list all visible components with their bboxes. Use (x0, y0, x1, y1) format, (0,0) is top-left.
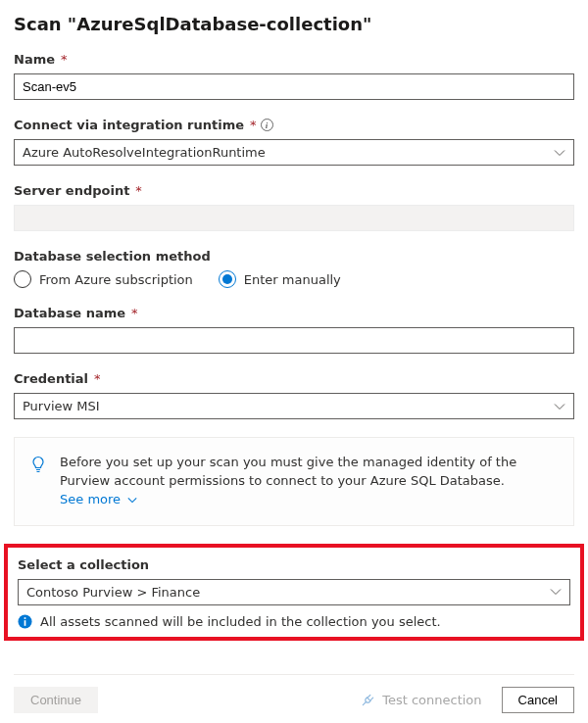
collection-note: All assets scanned will be included in t… (18, 614, 570, 629)
info-panel: Before you set up your scan you must giv… (14, 437, 574, 526)
name-label: Name* (14, 52, 574, 67)
footer: Continue Test connection Cancel (14, 674, 574, 713)
lightbulb-icon (30, 456, 46, 479)
svg-rect-1 (24, 620, 26, 626)
credential-group: Credential* Purview MSI (14, 371, 574, 419)
collection-highlight: Select a collection Contoso Purview > Fi… (4, 544, 584, 641)
page-title: Scan "AzureSqlDatabase-collection" (14, 14, 574, 34)
info-panel-text: Before you set up your scan you must giv… (60, 455, 516, 488)
svg-rect-2 (24, 617, 26, 619)
plug-icon (361, 693, 375, 707)
cancel-button[interactable]: Cancel (502, 687, 574, 713)
db-selection-label: Database selection method (14, 249, 574, 264)
chevron-down-icon (127, 497, 137, 504)
see-more-link[interactable]: See more (60, 492, 137, 506)
collection-select[interactable]: Contoso Purview > Finance (18, 579, 570, 605)
database-name-group: Database name* (14, 306, 574, 354)
server-endpoint-label: Server endpoint* (14, 183, 574, 198)
collection-label: Select a collection (18, 557, 570, 572)
credential-label: Credential* (14, 371, 574, 386)
integration-runtime-group: Connect via integration runtime* i Azure… (14, 118, 574, 166)
server-endpoint-input[interactable] (14, 205, 574, 231)
chevron-down-icon (554, 149, 565, 157)
integration-runtime-label: Connect via integration runtime* i (14, 118, 574, 132)
continue-button: Continue (14, 687, 98, 713)
radio-from-subscription[interactable]: From Azure subscription (14, 270, 193, 288)
chevron-down-icon (550, 588, 562, 596)
test-connection-button[interactable]: Test connection (361, 693, 481, 707)
radio-unchecked-icon (14, 270, 31, 288)
server-endpoint-group: Server endpoint* (14, 183, 574, 231)
info-filled-icon (18, 614, 32, 629)
info-icon[interactable]: i (261, 119, 273, 131)
name-field-group: Name* (14, 52, 574, 100)
database-name-label: Database name* (14, 306, 574, 320)
radio-checked-icon (219, 270, 236, 288)
integration-runtime-select[interactable]: Azure AutoResolveIntegrationRuntime (14, 139, 574, 166)
db-selection-group: Database selection method From Azure sub… (14, 249, 574, 288)
radio-enter-manually[interactable]: Enter manually (219, 270, 341, 288)
database-name-input[interactable] (14, 327, 574, 354)
name-input[interactable] (14, 73, 574, 100)
chevron-down-icon (554, 403, 565, 410)
credential-select[interactable]: Purview MSI (14, 393, 574, 419)
